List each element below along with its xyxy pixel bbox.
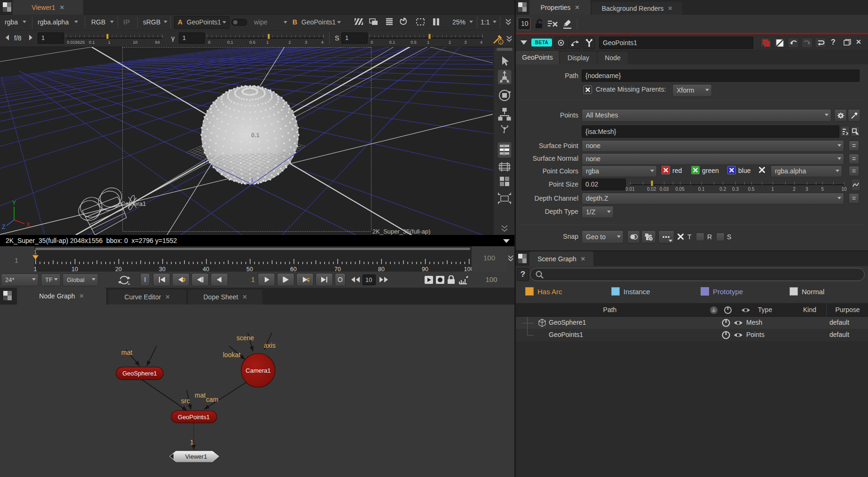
- svg-text:i: i: [500, 40, 501, 44]
- svg-text:GeoPoints1: GeoPoints1: [178, 414, 210, 421]
- svg-text:10: 10: [71, 266, 78, 273]
- svg-text:2K_Super_35(full-ap): 2K_Super_35(full-ap): [372, 228, 431, 235]
- svg-text:70: 70: [334, 266, 341, 273]
- svg-text:Y: Y: [12, 200, 16, 206]
- svg-text:src: src: [181, 397, 190, 405]
- svg-text:90: 90: [422, 266, 428, 273]
- svg-text:X: X: [26, 221, 30, 228]
- svg-text:1: 1: [34, 250, 37, 256]
- svg-text:60: 60: [290, 266, 297, 273]
- svg-text:cam: cam: [206, 396, 218, 403]
- svg-text:scene: scene: [237, 334, 254, 342]
- svg-text:GeoSphere1: GeoSphere1: [122, 370, 157, 377]
- svg-text:40: 40: [203, 266, 209, 273]
- svg-text:0.1: 0.1: [251, 132, 260, 139]
- svg-text:80: 80: [378, 266, 385, 273]
- svg-text:30: 30: [159, 266, 166, 273]
- svg-text:mat: mat: [121, 349, 132, 356]
- svg-text:1: 1: [251, 177, 254, 184]
- svg-text:50: 50: [246, 266, 253, 273]
- svg-text:20: 20: [115, 266, 122, 273]
- svg-text:1: 1: [34, 266, 37, 273]
- svg-text:Viewer1: Viewer1: [185, 453, 207, 460]
- svg-text:mat: mat: [195, 391, 205, 399]
- svg-text:1: 1: [190, 438, 194, 446]
- svg-text:Camera1: Camera1: [245, 367, 270, 374]
- svg-text:axis: axis: [264, 342, 276, 349]
- svg-text:lookat: lookat: [223, 351, 240, 359]
- svg-text:Z: Z: [2, 224, 5, 230]
- svg-text:Camera1: Camera1: [121, 200, 146, 207]
